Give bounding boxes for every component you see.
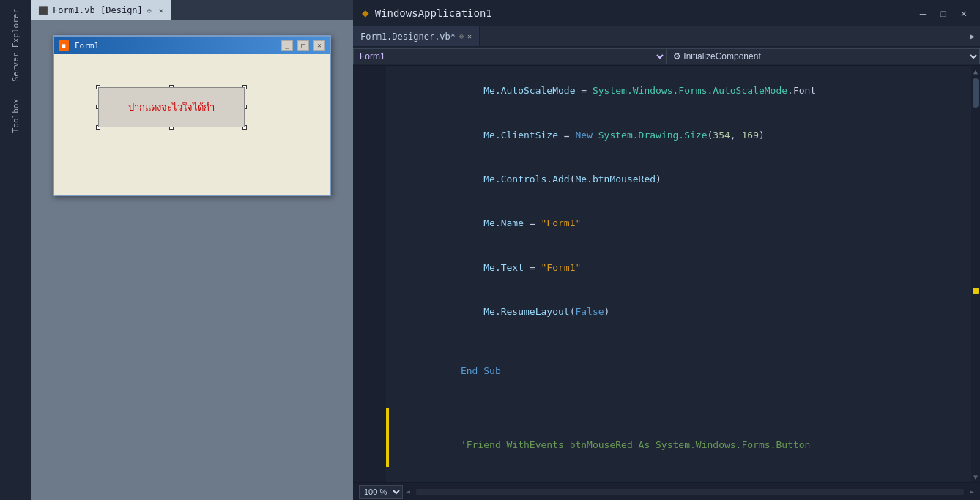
nav-type-select[interactable]: Form1: [353, 48, 667, 64]
editor-restore-btn[interactable]: ❐: [936, 7, 951, 19]
design-tab-label: Form1.vb [Design]: [53, 5, 143, 15]
code-line: [392, 393, 965, 408]
form-button-label: ปากแดงจะไวใจได้กำ: [128, 100, 215, 115]
scroll-left-btn[interactable]: ◄: [406, 488, 410, 496]
code-line: Me.AutoScaleMode = System.Windows.Forms.…: [392, 69, 965, 113]
scroll-up-btn[interactable]: ▲: [972, 66, 979, 77]
editor-bottom-bar: 100 % ◄ ►: [353, 482, 980, 500]
code-line: Me.Text = "Form1": [392, 246, 965, 290]
scroll-down-btn[interactable]: ▼: [972, 471, 979, 482]
editor-tab-label: Form1.Designer.vb*: [360, 31, 456, 42]
design-tab[interactable]: ⬛ Form1.vb [Design] ⊕ ✕: [31, 0, 171, 20]
editor-tab-controls: ▶: [968, 26, 980, 46]
form-close-btn[interactable]: ✕: [313, 40, 325, 51]
form-designer-container: ■ Form1 _ □ ✕ ปา: [31, 20, 353, 500]
tab-scroll-right[interactable]: ▶: [968, 32, 977, 40]
form-button-mouseRed[interactable]: ปากแดงจะไวใจได้กำ: [98, 87, 245, 127]
design-tab-close[interactable]: ✕: [159, 6, 164, 15]
editor-tab-bar: Form1.Designer.vb* ⊕ ✕ ▶: [353, 26, 980, 47]
editor-minimize-btn[interactable]: —: [916, 7, 930, 19]
sidebar-item-server-explorer[interactable]: Server Explorer: [8, 0, 23, 90]
code-line: Me.ResumeLayout(False): [392, 290, 965, 334]
code-line: Public WithEvents btnMouseRed As System.…: [392, 467, 965, 482]
form-restore-btn[interactable]: □: [297, 40, 309, 51]
code-editor: ◆ WindowsApplication1 — ❐ ✕ Form1.Design…: [353, 0, 980, 500]
form-title-icon: ■: [59, 40, 69, 51]
code-line: [392, 335, 965, 349]
editor-active-tab[interactable]: Form1.Designer.vb* ⊕ ✕: [353, 26, 480, 46]
nav-member-select[interactable]: ⚙ InitializeComponent: [667, 48, 980, 64]
editor-title-bar: ◆ WindowsApplication1 — ❐ ✕: [353, 0, 980, 26]
vertical-scrollbar: ▲ ▼: [971, 66, 980, 482]
design-tab-bar: ⬛ Form1.vb [Design] ⊕ ✕: [31, 0, 353, 20]
form-body: ปากแดงจะไวใจได้กำ: [54, 54, 330, 195]
editor-tab-close[interactable]: ✕: [467, 32, 472, 40]
tab-form-icon: ⬛: [38, 6, 48, 15]
left-sidebar: Server Explorer Toolbox: [0, 0, 31, 500]
horizontal-scroll-track[interactable]: [416, 489, 964, 495]
form-minimize-btn[interactable]: _: [281, 40, 293, 51]
code-line: End Sub: [392, 349, 965, 393]
code-line: 'Friend WithEvents btnMouseRed As System…: [392, 408, 965, 467]
editor-title-text: WindowsApplication1: [375, 7, 492, 19]
code-area: Me.AutoScaleMode = System.Windows.Forms.…: [353, 66, 980, 482]
sidebar-item-toolbox[interactable]: Toolbox: [8, 90, 23, 141]
code-line: Me.ClientSize = New System.Drawing.Size(…: [392, 113, 965, 157]
editor-tab-pin[interactable]: ⊕: [459, 32, 464, 40]
code-line: Me.Name = "Form1": [392, 201, 965, 245]
scroll-right-btn[interactable]: ►: [970, 488, 974, 496]
editor-nav-bar: Form1 ⚙ InitializeComponent: [353, 47, 980, 66]
scroll-thumb[interactable]: [973, 78, 979, 108]
editor-title-controls: — ❐ ✕: [916, 7, 971, 19]
line-numbers: [353, 66, 386, 482]
design-area: ⬛ Form1.vb [Design] ⊕ ✕ ■ Form1 _ □ ✕: [31, 0, 353, 500]
form-titlebar: ■ Form1 _ □ ✕: [54, 37, 330, 54]
marker-bar: [386, 408, 389, 467]
form-title-text: Form1: [75, 41, 277, 51]
code-lines: Me.AutoScaleMode = System.Windows.Forms.…: [386, 66, 971, 482]
scroll-position-marker: [973, 288, 979, 294]
design-tab-pin[interactable]: ⊕: [147, 7, 152, 15]
form-window: ■ Form1 _ □ ✕ ปา: [53, 35, 331, 196]
zoom-select[interactable]: 100 %: [359, 485, 403, 499]
vs-icon: ◆: [362, 6, 369, 20]
editor-close-btn[interactable]: ✕: [957, 7, 971, 19]
code-line: Me.Controls.Add(Me.btnMouseRed): [392, 157, 965, 201]
